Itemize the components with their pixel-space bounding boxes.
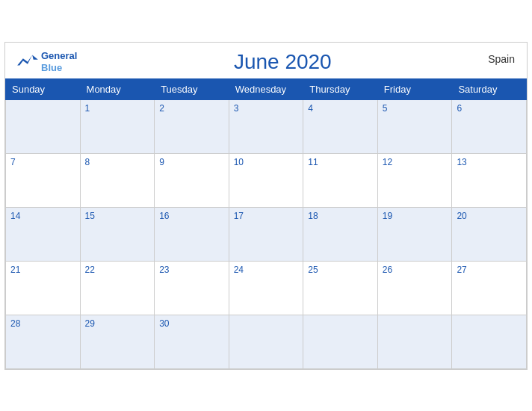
calendar-day-cell: 20 [452, 207, 527, 261]
day-number: 7 [10, 157, 75, 167]
calendar-day-cell: 27 [452, 261, 527, 315]
day-number: 1 [85, 103, 150, 114]
calendar-day-cell: 24 [229, 261, 303, 315]
calendar-day-cell: 18 [303, 207, 378, 261]
day-number: 3 [234, 103, 299, 114]
header-wednesday: Wednesday [229, 78, 303, 99]
day-number: 16 [159, 211, 224, 221]
header-friday: Friday [377, 78, 452, 99]
calendar-day-cell: 12 [377, 153, 452, 207]
day-number: 10 [234, 157, 299, 167]
calendar-week-row: 123456 [6, 99, 527, 153]
calendar-day-cell: 11 [303, 153, 378, 207]
calendar-day-cell: 28 [6, 315, 81, 368]
day-number: 25 [308, 265, 373, 275]
header-thursday: Thursday [303, 78, 378, 99]
calendar-week-row: 282930 [6, 315, 527, 368]
day-number: 13 [457, 157, 522, 167]
calendar-day-cell: 16 [155, 207, 229, 261]
calendar-day-cell: 30 [155, 315, 229, 368]
day-number: 5 [383, 103, 448, 114]
calendar-day-cell: 29 [80, 315, 155, 368]
day-number: 27 [457, 265, 522, 275]
calendar-day-cell: 21 [6, 261, 81, 315]
calendar-week-row: 21222324252627 [6, 261, 527, 315]
logo-area: GeneralBlue [17, 50, 77, 73]
calendar-day-cell: 22 [80, 261, 155, 315]
calendar-day-cell: 25 [303, 261, 378, 315]
country-label: Spain [488, 50, 515, 65]
day-number: 11 [308, 157, 373, 167]
calendar: GeneralBlue June 2020 Spain Sunday Monda… [4, 42, 528, 370]
calendar-day-cell: 15 [80, 207, 155, 261]
logo-bird-icon [17, 54, 38, 69]
calendar-day-cell [303, 315, 378, 368]
calendar-day-cell [377, 315, 452, 368]
calendar-day-cell: 10 [229, 153, 303, 207]
calendar-day-cell: 2 [155, 99, 229, 153]
day-number: 26 [383, 265, 448, 275]
calendar-day-cell [6, 99, 81, 153]
header-saturday: Saturday [452, 78, 527, 99]
calendar-day-cell: 3 [229, 99, 303, 153]
day-number: 20 [457, 211, 522, 221]
calendar-day-cell: 1 [80, 99, 155, 153]
calendar-day-cell: 9 [155, 153, 229, 207]
svg-marker-0 [17, 55, 38, 66]
calendar-day-cell: 19 [377, 207, 452, 261]
calendar-day-cell: 14 [6, 207, 81, 261]
header-sunday: Sunday [6, 78, 81, 99]
calendar-day-cell: 6 [452, 99, 527, 153]
calendar-week-row: 14151617181920 [6, 207, 527, 261]
calendar-table: Sunday Monday Tuesday Wednesday Thursday… [5, 78, 527, 369]
calendar-day-cell: 26 [377, 261, 452, 315]
calendar-day-cell: 4 [303, 99, 378, 153]
day-number: 17 [234, 211, 299, 221]
day-number: 15 [85, 211, 150, 221]
calendar-day-cell: 7 [6, 153, 81, 207]
day-number: 28 [10, 318, 75, 329]
day-number: 21 [10, 265, 75, 275]
calendar-day-cell: 13 [452, 153, 527, 207]
day-number: 23 [159, 265, 224, 275]
day-number: 29 [85, 318, 150, 329]
day-number: 14 [10, 211, 75, 221]
day-number: 2 [159, 103, 224, 114]
calendar-week-row: 78910111213 [6, 153, 527, 207]
day-number: 22 [85, 265, 150, 275]
header-tuesday: Tuesday [155, 78, 229, 99]
logo-text: GeneralBlue [41, 50, 77, 73]
day-number: 18 [308, 211, 373, 221]
day-number: 30 [159, 318, 224, 329]
calendar-day-cell [229, 315, 303, 368]
day-number: 9 [159, 157, 224, 167]
weekday-header-row: Sunday Monday Tuesday Wednesday Thursday… [6, 78, 527, 99]
day-number: 8 [85, 157, 150, 167]
calendar-title: June 2020 [77, 50, 488, 74]
calendar-day-cell: 8 [80, 153, 155, 207]
calendar-day-cell [452, 315, 527, 368]
calendar-day-cell: 17 [229, 207, 303, 261]
day-number: 12 [383, 157, 448, 167]
calendar-day-cell: 23 [155, 261, 229, 315]
calendar-header: GeneralBlue June 2020 Spain [5, 43, 527, 78]
header-monday: Monday [80, 78, 155, 99]
day-number: 4 [308, 103, 373, 114]
day-number: 24 [234, 265, 299, 275]
calendar-day-cell: 5 [377, 99, 452, 153]
day-number: 19 [383, 211, 448, 221]
day-number: 6 [457, 103, 522, 114]
